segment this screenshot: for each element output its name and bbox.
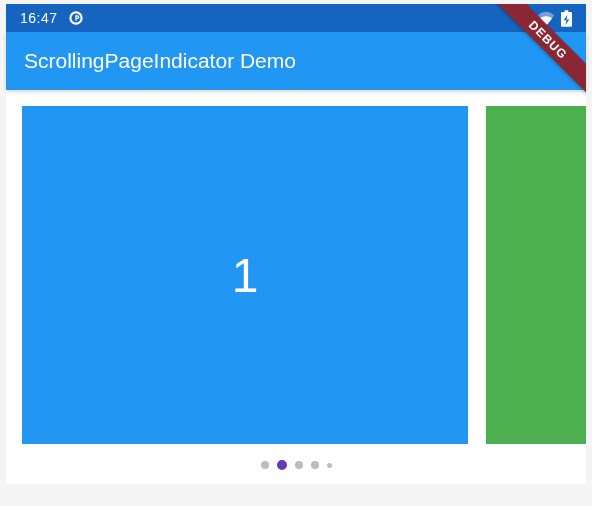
page-card[interactable]: 1 (22, 106, 468, 444)
status-time: 16:47 (20, 10, 58, 26)
indicator-dot (311, 461, 319, 469)
alarm-icon (514, 10, 531, 27)
page-label: 1 (232, 248, 259, 303)
indicator-dot (327, 463, 332, 468)
app-bar: ScrollingPageIndicator Demo (6, 32, 586, 90)
page-view[interactable]: 1 2 (6, 106, 586, 446)
page-card[interactable]: 2 (486, 106, 586, 444)
app-bar-title: ScrollingPageIndicator Demo (24, 49, 296, 73)
status-bar: 16:47 (6, 4, 586, 32)
android-p-icon (68, 10, 84, 26)
indicator-dot (295, 461, 303, 469)
content-area: 1 2 (6, 90, 586, 484)
indicator-dot (261, 461, 269, 469)
indicator-dot-active (277, 460, 287, 470)
scrolling-page-indicator (6, 446, 586, 484)
battery-charging-icon (561, 10, 572, 27)
wifi-icon (537, 11, 555, 26)
